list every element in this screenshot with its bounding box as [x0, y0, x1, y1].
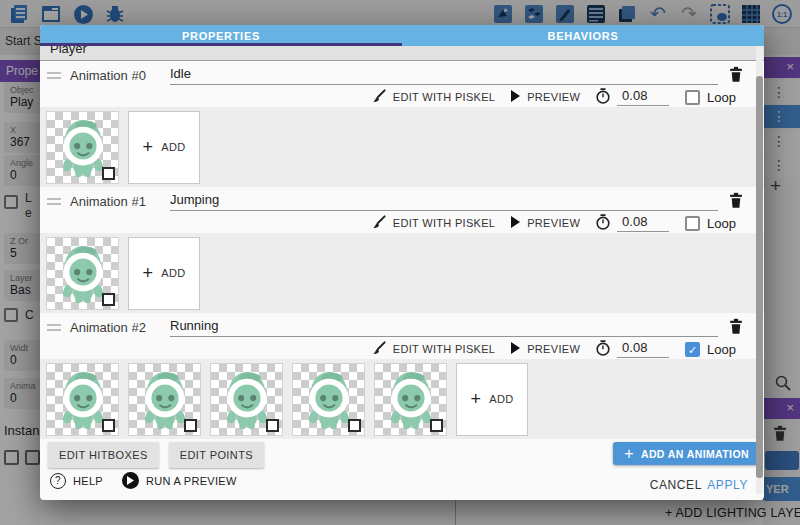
- edit-with-piskel-button[interactable]: EDIT WITH PISKEL: [393, 217, 495, 229]
- frame-select-checkbox[interactable]: [266, 419, 279, 432]
- loop-checkbox[interactable]: [685, 216, 700, 231]
- drag-handle[interactable]: [47, 324, 61, 331]
- brush-icon: [372, 89, 386, 105]
- frame-thumbnail[interactable]: [210, 363, 283, 436]
- frame-select-checkbox[interactable]: [348, 419, 361, 432]
- frame-select-checkbox[interactable]: [102, 419, 115, 432]
- edit-hitboxes-button[interactable]: EDIT HITBOXES: [48, 442, 159, 468]
- object-name-input[interactable]: Player: [40, 46, 764, 61]
- frame-select-checkbox[interactable]: [184, 419, 197, 432]
- animation-header-row: Animation #2 Running: [40, 315, 764, 339]
- dialog-scrollbar[interactable]: [756, 46, 763, 494]
- animation-header-row: Animation #0 Idle: [40, 63, 764, 87]
- animation-header-row: Animation #1 Jumping: [40, 189, 764, 213]
- time-between-frames-input[interactable]: 0.08: [617, 340, 669, 358]
- brush-icon: [372, 215, 386, 231]
- brush-icon: [372, 341, 386, 357]
- frame-thumbnail[interactable]: [46, 363, 119, 436]
- preview-button[interactable]: PREVIEW: [527, 91, 580, 103]
- add-frame-label: ADD: [161, 267, 185, 279]
- preview-button[interactable]: PREVIEW: [527, 343, 580, 355]
- loop-label: Loop: [707, 216, 736, 231]
- animation-section: Animation #2 Running EDIT WITH PISKEL PR…: [40, 315, 764, 439]
- frames-strip: +ADD: [40, 107, 764, 187]
- play-icon: [510, 90, 520, 104]
- apply-button[interactable]: APPLY: [707, 478, 748, 492]
- add-frame-label: ADD: [161, 141, 185, 153]
- trash-icon[interactable]: [729, 66, 743, 86]
- frame-thumbnail[interactable]: [374, 363, 447, 436]
- play-icon: [510, 216, 520, 230]
- stopwatch-icon: [595, 340, 611, 358]
- add-an-animation-button[interactable]: + ADD AN ANIMATION: [613, 442, 760, 465]
- animation-label: Animation #0: [70, 68, 156, 83]
- add-frame-label: ADD: [489, 393, 513, 405]
- loop-label: Loop: [707, 342, 736, 357]
- edit-with-piskel-button[interactable]: EDIT WITH PISKEL: [393, 343, 495, 355]
- frame-select-checkbox[interactable]: [430, 419, 443, 432]
- animation-section: Animation #1 Jumping EDIT WITH PISKEL PR…: [40, 189, 764, 313]
- tab-behaviors[interactable]: BEHAVIORS: [402, 25, 764, 46]
- plus-icon: +: [143, 138, 154, 156]
- drag-handle[interactable]: [47, 72, 61, 79]
- frame-select-checkbox[interactable]: [102, 167, 115, 180]
- edit-with-piskel-button[interactable]: EDIT WITH PISKEL: [393, 91, 495, 103]
- help-icon[interactable]: ?: [50, 473, 66, 489]
- animation-toolbar: EDIT WITH PISKEL PREVIEW 0.08 Loop: [40, 213, 764, 233]
- animation-name-input[interactable]: Jumping: [170, 192, 718, 211]
- dialog-tab-bar: PROPERTIES BEHAVIORS: [40, 25, 764, 46]
- animation-section: Animation #0 Idle EDIT WITH PISKEL PREVI…: [40, 63, 764, 187]
- preview-button[interactable]: PREVIEW: [527, 217, 580, 229]
- animation-label: Animation #1: [70, 194, 156, 209]
- animation-name-input[interactable]: Idle: [170, 66, 718, 85]
- plus-icon: +: [624, 445, 634, 463]
- frame-thumbnail[interactable]: [46, 111, 119, 184]
- plus-icon: +: [143, 264, 154, 282]
- frames-strip: +ADD: [40, 359, 764, 439]
- animation-name-input[interactable]: Running: [170, 318, 718, 337]
- run-preview-icon[interactable]: [122, 472, 139, 489]
- add-frame-tile[interactable]: +ADD: [456, 363, 528, 436]
- cancel-button[interactable]: CANCEL: [650, 478, 702, 492]
- frames-strip: +ADD: [40, 233, 764, 313]
- stopwatch-icon: [595, 214, 611, 232]
- loop-checkbox[interactable]: [685, 90, 700, 105]
- animation-label: Animation #2: [70, 320, 156, 335]
- time-between-frames-input[interactable]: 0.08: [617, 88, 669, 106]
- frame-select-checkbox[interactable]: [102, 293, 115, 306]
- loop-label: Loop: [707, 90, 736, 105]
- animations-list: Animation #0 Idle EDIT WITH PISKEL PREVI…: [40, 63, 764, 439]
- help-button[interactable]: HELP: [73, 475, 103, 487]
- run-a-preview-button[interactable]: RUN A PREVIEW: [146, 475, 237, 487]
- frame-thumbnail[interactable]: [46, 237, 119, 310]
- scrollbar-thumb[interactable]: [756, 76, 763, 478]
- trash-icon[interactable]: [729, 192, 743, 212]
- animation-toolbar: EDIT WITH PISKEL PREVIEW 0.08 ✓ Loop: [40, 339, 764, 359]
- loop-checkbox[interactable]: ✓: [685, 342, 700, 357]
- play-icon: [510, 342, 520, 356]
- add-frame-tile[interactable]: +ADD: [128, 237, 200, 310]
- add-frame-tile[interactable]: +ADD: [128, 111, 200, 184]
- frame-thumbnail[interactable]: [292, 363, 365, 436]
- animation-toolbar: EDIT WITH PISKEL PREVIEW 0.08 Loop: [40, 87, 764, 107]
- dialog-footer-left: ? HELP RUN A PREVIEW: [50, 472, 237, 489]
- plus-icon: +: [471, 390, 482, 408]
- drag-handle[interactable]: [47, 198, 61, 205]
- object-editor-dialog: PROPERTIES BEHAVIORS Player Animation #0…: [40, 25, 764, 500]
- time-between-frames-input[interactable]: 0.08: [617, 214, 669, 232]
- stopwatch-icon: [595, 88, 611, 106]
- edit-points-button[interactable]: EDIT POINTS: [169, 442, 264, 468]
- frame-thumbnail[interactable]: [128, 363, 201, 436]
- trash-icon[interactable]: [729, 318, 743, 338]
